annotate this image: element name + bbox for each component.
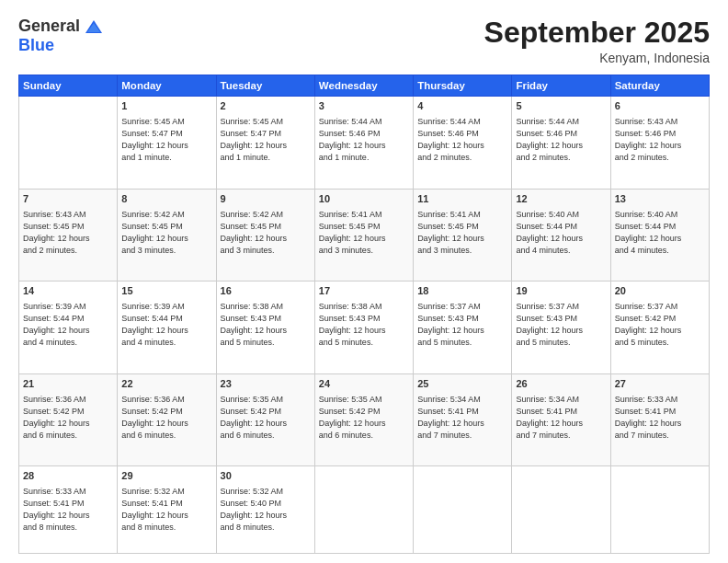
- day-number: 16: [221, 284, 311, 299]
- day-info: Sunrise: 5:42 AM Sunset: 5:45 PM Dayligh…: [121, 209, 211, 257]
- table-row: 13Sunrise: 5:40 AM Sunset: 5:44 PM Dayli…: [610, 189, 709, 282]
- table-row: 2Sunrise: 5:45 AM Sunset: 5:47 PM Daylig…: [216, 97, 314, 190]
- day-info: Sunrise: 5:34 AM Sunset: 5:41 PM Dayligh…: [516, 394, 606, 442]
- table-row: 19Sunrise: 5:37 AM Sunset: 5:43 PM Dayli…: [512, 282, 610, 374]
- day-number: 8: [121, 192, 211, 207]
- day-info: Sunrise: 5:39 AM Sunset: 5:44 PM Dayligh…: [121, 301, 211, 349]
- calendar-week-row: 1Sunrise: 5:45 AM Sunset: 5:47 PM Daylig…: [19, 97, 710, 190]
- day-info: Sunrise: 5:43 AM Sunset: 5:45 PM Dayligh…: [23, 209, 113, 257]
- day-number: 10: [319, 192, 409, 207]
- col-thursday: Thursday: [414, 75, 512, 97]
- day-info: Sunrise: 5:37 AM Sunset: 5:43 PM Dayligh…: [417, 301, 507, 349]
- logo: General Blue: [18, 17, 104, 55]
- table-row: 30Sunrise: 5:32 AM Sunset: 5:40 PM Dayli…: [216, 466, 314, 554]
- col-friday: Friday: [512, 75, 610, 97]
- day-number: 22: [121, 377, 211, 392]
- day-info: Sunrise: 5:44 AM Sunset: 5:46 PM Dayligh…: [319, 116, 409, 164]
- day-info: Sunrise: 5:45 AM Sunset: 5:47 PM Dayligh…: [121, 116, 211, 164]
- day-number: 23: [221, 377, 311, 392]
- day-info: Sunrise: 5:44 AM Sunset: 5:46 PM Dayligh…: [516, 116, 606, 164]
- table-row: 1Sunrise: 5:45 AM Sunset: 5:47 PM Daylig…: [118, 97, 216, 190]
- day-info: Sunrise: 5:43 AM Sunset: 5:46 PM Dayligh…: [615, 116, 705, 164]
- logo-general-text: General: [18, 17, 80, 36]
- table-row: [19, 97, 118, 190]
- calendar-week-row: 28Sunrise: 5:33 AM Sunset: 5:41 PM Dayli…: [19, 466, 710, 554]
- calendar-table: Sunday Monday Tuesday Wednesday Thursday…: [18, 75, 710, 554]
- day-number: 29: [121, 469, 211, 484]
- day-number: 18: [417, 284, 507, 299]
- day-info: Sunrise: 5:41 AM Sunset: 5:45 PM Dayligh…: [319, 209, 409, 257]
- col-wednesday: Wednesday: [314, 75, 413, 97]
- page: General Blue September 2025 Kenyam, Indo…: [0, 0, 728, 563]
- day-info: Sunrise: 5:32 AM Sunset: 5:40 PM Dayligh…: [221, 486, 311, 534]
- day-info: Sunrise: 5:42 AM Sunset: 5:45 PM Dayligh…: [221, 209, 311, 257]
- calendar-week-row: 7Sunrise: 5:43 AM Sunset: 5:45 PM Daylig…: [19, 189, 710, 282]
- table-row: 12Sunrise: 5:40 AM Sunset: 5:44 PM Dayli…: [512, 189, 610, 282]
- table-row: 11Sunrise: 5:41 AM Sunset: 5:45 PM Dayli…: [414, 189, 512, 282]
- day-info: Sunrise: 5:36 AM Sunset: 5:42 PM Dayligh…: [23, 394, 113, 442]
- col-sunday: Sunday: [19, 75, 118, 97]
- calendar-week-row: 14Sunrise: 5:39 AM Sunset: 5:44 PM Dayli…: [19, 282, 710, 374]
- day-info: Sunrise: 5:36 AM Sunset: 5:42 PM Dayligh…: [121, 394, 211, 442]
- col-tuesday: Tuesday: [216, 75, 314, 97]
- table-row: 28Sunrise: 5:33 AM Sunset: 5:41 PM Dayli…: [19, 466, 118, 554]
- table-row: 21Sunrise: 5:36 AM Sunset: 5:42 PM Dayli…: [19, 373, 118, 466]
- table-row: [314, 466, 413, 554]
- day-info: Sunrise: 5:40 AM Sunset: 5:44 PM Dayligh…: [615, 209, 705, 257]
- day-info: Sunrise: 5:35 AM Sunset: 5:42 PM Dayligh…: [319, 394, 409, 442]
- col-saturday: Saturday: [610, 75, 709, 97]
- calendar-header-row: Sunday Monday Tuesday Wednesday Thursday…: [19, 75, 710, 97]
- col-monday: Monday: [118, 75, 216, 97]
- table-row: 24Sunrise: 5:35 AM Sunset: 5:42 PM Dayli…: [314, 373, 413, 466]
- table-row: 7Sunrise: 5:43 AM Sunset: 5:45 PM Daylig…: [19, 189, 118, 282]
- day-number: 27: [615, 377, 705, 392]
- table-row: [512, 466, 610, 554]
- day-number: 24: [319, 377, 409, 392]
- table-row: 26Sunrise: 5:34 AM Sunset: 5:41 PM Dayli…: [512, 373, 610, 466]
- day-number: 21: [23, 377, 113, 392]
- day-info: Sunrise: 5:44 AM Sunset: 5:46 PM Dayligh…: [417, 116, 507, 164]
- day-info: Sunrise: 5:37 AM Sunset: 5:43 PM Dayligh…: [516, 301, 606, 349]
- table-row: 18Sunrise: 5:37 AM Sunset: 5:43 PM Dayli…: [414, 282, 512, 374]
- day-number: 20: [615, 284, 705, 299]
- day-info: Sunrise: 5:38 AM Sunset: 5:43 PM Dayligh…: [221, 301, 311, 349]
- day-number: 25: [417, 377, 507, 392]
- table-row: 16Sunrise: 5:38 AM Sunset: 5:43 PM Dayli…: [216, 282, 314, 374]
- day-number: 7: [23, 192, 113, 207]
- day-info: Sunrise: 5:45 AM Sunset: 5:47 PM Dayligh…: [221, 116, 311, 164]
- table-row: 27Sunrise: 5:33 AM Sunset: 5:41 PM Dayli…: [610, 373, 709, 466]
- day-number: 2: [221, 99, 311, 114]
- table-row: 4Sunrise: 5:44 AM Sunset: 5:46 PM Daylig…: [414, 97, 512, 190]
- day-info: Sunrise: 5:33 AM Sunset: 5:41 PM Dayligh…: [23, 486, 113, 534]
- month-title: September 2025: [484, 17, 710, 49]
- day-number: 19: [516, 284, 606, 299]
- table-row: 8Sunrise: 5:42 AM Sunset: 5:45 PM Daylig…: [118, 189, 216, 282]
- table-row: 14Sunrise: 5:39 AM Sunset: 5:44 PM Dayli…: [19, 282, 118, 374]
- table-row: 17Sunrise: 5:38 AM Sunset: 5:43 PM Dayli…: [314, 282, 413, 374]
- day-number: 6: [615, 99, 705, 114]
- day-info: Sunrise: 5:38 AM Sunset: 5:43 PM Dayligh…: [319, 301, 409, 349]
- location: Kenyam, Indonesia: [484, 51, 710, 65]
- logo-blue-text: Blue: [18, 36, 54, 55]
- day-info: Sunrise: 5:34 AM Sunset: 5:41 PM Dayligh…: [417, 394, 507, 442]
- table-row: [414, 466, 512, 554]
- day-info: Sunrise: 5:35 AM Sunset: 5:42 PM Dayligh…: [221, 394, 311, 442]
- day-info: Sunrise: 5:37 AM Sunset: 5:42 PM Dayligh…: [615, 301, 705, 349]
- day-number: 11: [417, 192, 507, 207]
- title-block: September 2025 Kenyam, Indonesia: [484, 17, 710, 65]
- day-number: 26: [516, 377, 606, 392]
- day-info: Sunrise: 5:41 AM Sunset: 5:45 PM Dayligh…: [417, 209, 507, 257]
- day-info: Sunrise: 5:40 AM Sunset: 5:44 PM Dayligh…: [516, 209, 606, 257]
- day-number: 3: [319, 99, 409, 114]
- day-number: 13: [615, 192, 705, 207]
- table-row: 10Sunrise: 5:41 AM Sunset: 5:45 PM Dayli…: [314, 189, 413, 282]
- day-number: 14: [23, 284, 113, 299]
- table-row: [610, 466, 709, 554]
- day-number: 1: [121, 99, 211, 114]
- table-row: 29Sunrise: 5:32 AM Sunset: 5:41 PM Dayli…: [118, 466, 216, 554]
- table-row: 9Sunrise: 5:42 AM Sunset: 5:45 PM Daylig…: [216, 189, 314, 282]
- table-row: 20Sunrise: 5:37 AM Sunset: 5:42 PM Dayli…: [610, 282, 709, 374]
- table-row: 23Sunrise: 5:35 AM Sunset: 5:42 PM Dayli…: [216, 373, 314, 466]
- day-info: Sunrise: 5:33 AM Sunset: 5:41 PM Dayligh…: [615, 394, 705, 442]
- day-number: 15: [121, 284, 211, 299]
